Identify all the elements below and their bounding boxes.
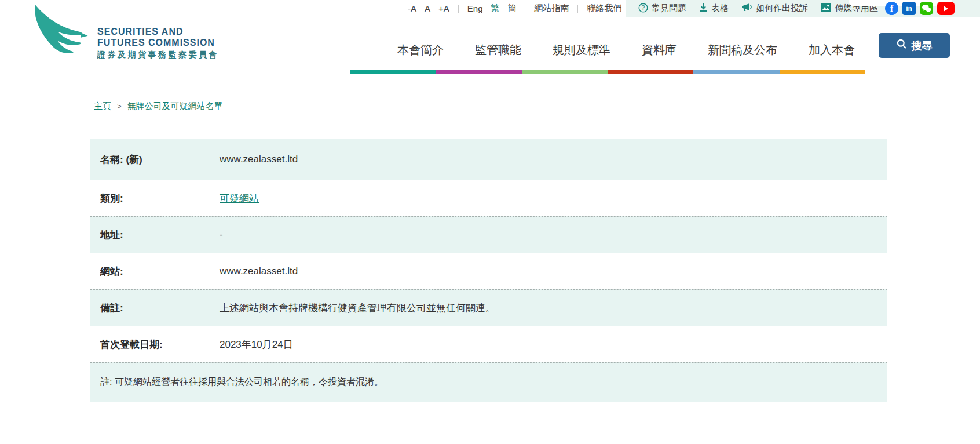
table-row-name: 名稱: (新) www.zealasset.ltd xyxy=(90,139,887,180)
row-label: 網站: xyxy=(90,265,220,278)
search-button-label: 搜尋 xyxy=(912,39,933,53)
breadcrumb-separator: > xyxy=(117,102,122,111)
note-text: 註: 可疑網站經營者往往採用與合法公司相若的名稱，令投資者混淆。 xyxy=(100,376,383,388)
search-icon xyxy=(897,39,907,52)
row-label: 備註: xyxy=(90,301,220,315)
nav-about[interactable]: 本會簡介 xyxy=(397,42,444,58)
page: -A A +A Eng 繁 簡 網站指南 聯絡我們 ? 常見問題 xyxy=(0,0,980,444)
complaint-link[interactable]: 如何作出投訴 xyxy=(741,3,808,14)
picture-icon xyxy=(821,3,831,14)
bar-segment xyxy=(350,70,436,74)
faq-label: 常見問題 xyxy=(652,3,686,14)
table-row-address: 地址: - xyxy=(90,216,887,253)
breadcrumb: 主頁 > 無牌公司及可疑網站名單 xyxy=(94,101,223,112)
lang-english[interactable]: Eng xyxy=(467,3,483,13)
logo-line1: SECURITIES AND xyxy=(97,26,219,37)
forms-link[interactable]: 表格 xyxy=(699,3,729,14)
facebook-icon[interactable]: f xyxy=(885,2,898,15)
row-label: 名稱: (新) xyxy=(90,153,220,166)
font-size-decrease[interactable]: -A xyxy=(408,3,416,13)
nav-join-us[interactable]: 加入本會 xyxy=(809,42,855,58)
lang-simplified-chinese[interactable]: 簡 xyxy=(507,3,516,14)
utility-bar: -A A +A Eng 繁 簡 網站指南 聯絡我們 ? 常見問題 xyxy=(0,0,980,17)
font-size-normal[interactable]: A xyxy=(425,3,430,13)
header: SECURITIES AND FUTURES COMMISSION 證券及期貨事… xyxy=(0,17,980,74)
svg-text:?: ? xyxy=(642,4,645,11)
alert-detail-table: 名稱: (新) www.zealasset.ltd 類別: 可疑網站 地址: -… xyxy=(90,139,887,402)
row-value: www.zealasset.ltd xyxy=(220,154,298,165)
table-row-first-posted-date: 首次登載日期: 2023年10月24日 xyxy=(90,326,887,362)
table-row-website: 網站: www.zealasset.ltd xyxy=(90,253,887,289)
question-circle-icon: ? xyxy=(638,3,648,14)
divider xyxy=(577,5,578,13)
logo-line2: FUTURES COMMISSION xyxy=(97,37,219,48)
nav-rules-standards[interactable]: 規則及標準 xyxy=(553,42,610,58)
nav-regulatory-functions[interactable]: 監管職能 xyxy=(475,42,521,58)
main-nav: 本會簡介 監管職能 規則及標準 資料庫 新聞稿及公布 加入本會 xyxy=(397,40,855,60)
contact-link[interactable]: 聯絡我們 xyxy=(587,3,621,14)
bar-segment xyxy=(693,70,779,74)
row-label: 地址: xyxy=(90,228,220,242)
row-value: - xyxy=(220,229,223,241)
bar-segment xyxy=(780,70,865,74)
download-icon xyxy=(699,3,708,14)
bar-segment xyxy=(608,70,693,74)
lang-traditional-chinese[interactable]: 繁 xyxy=(491,3,499,14)
table-row-category: 類別: 可疑網站 xyxy=(90,180,887,216)
nav-color-bar xyxy=(350,70,865,74)
faq-link[interactable]: ? 常見問題 xyxy=(638,3,686,14)
table-row-remarks: 備註: 上述網站與本會持牌機構行健資產管理有限公司並無任何關連。 xyxy=(90,289,887,326)
logo-line3: 證券及期貨事務監察委員會 xyxy=(97,50,219,60)
wechat-icon[interactable] xyxy=(920,2,933,15)
row-label: 類別: xyxy=(90,192,220,205)
sfc-logo[interactable]: SECURITIES AND FUTURES COMMISSION 證券及期貨事… xyxy=(28,5,96,60)
play-icon xyxy=(944,6,948,12)
eagle-logo-icon xyxy=(28,5,96,60)
bar-segment xyxy=(522,70,608,74)
sitemap-link[interactable]: 網站指南 xyxy=(534,3,569,14)
social-icons: f in xyxy=(885,2,955,15)
breadcrumb-home-link[interactable]: 主頁 xyxy=(94,101,111,112)
row-value: www.zealasset.ltd xyxy=(220,265,298,277)
breadcrumb-current-link[interactable]: 無牌公司及可疑網站名單 xyxy=(127,101,223,112)
divider xyxy=(525,5,525,13)
megaphone-icon xyxy=(741,3,752,14)
nav-news[interactable]: 新聞稿及公布 xyxy=(708,42,777,58)
complaint-label: 如何作出投訴 xyxy=(756,3,808,14)
logo-text: SECURITIES AND FUTURES COMMISSION 證券及期貨事… xyxy=(97,26,219,60)
youtube-icon[interactable] xyxy=(937,2,955,15)
forms-label: 表格 xyxy=(711,3,729,14)
linkedin-icon[interactable]: in xyxy=(902,2,916,15)
row-value: 上述網站與本會持牌機構行健資產管理有限公司並無任何關連。 xyxy=(220,301,495,315)
nav-database[interactable]: 資料庫 xyxy=(642,42,677,58)
suspicious-website-link[interactable]: 可疑網站 xyxy=(220,192,259,205)
row-label: 首次登載日期: xyxy=(90,338,220,351)
table-note: 註: 可疑網站經營者往往採用與合法公司相若的名稱，令投資者混淆。 xyxy=(90,362,887,402)
divider xyxy=(458,5,459,13)
bar-segment xyxy=(436,70,521,74)
row-value: 2023年10月24日 xyxy=(220,338,293,351)
search-button[interactable]: 搜尋 xyxy=(879,33,950,58)
font-size-increase[interactable]: +A xyxy=(438,3,449,13)
utility-items: -A A +A Eng 繁 簡 網站指南 聯絡我們 xyxy=(404,0,626,17)
